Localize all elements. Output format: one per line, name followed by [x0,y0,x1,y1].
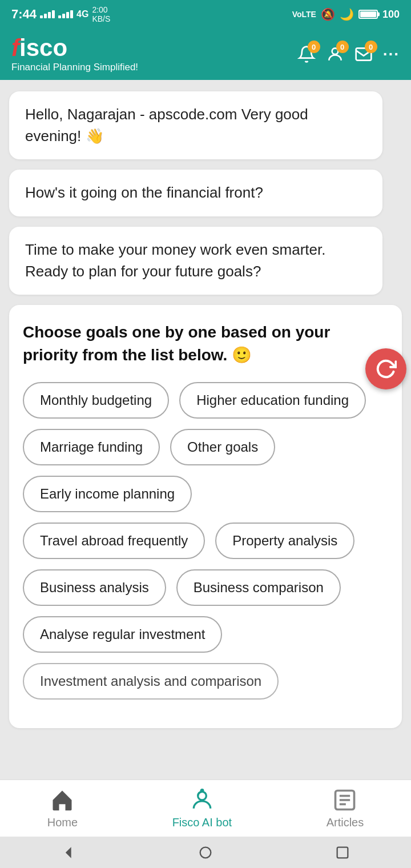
goal-business-analysis[interactable]: Business analysis [23,569,166,606]
speed-indicator: 2:00KB/S [92,5,110,23]
logo-area: fisco Financial Planning Simplified! [11,36,138,73]
status-left: 7:44 4G 2:00KB/S [11,5,110,23]
signal-bars [40,10,55,18]
contact-icon-wrapper[interactable]: 0 [326,45,344,63]
goal-other-goals[interactable]: Other goals [170,429,275,465]
system-nav-bar [0,837,411,868]
signal-bars-4g [58,10,73,18]
app-header: fisco Financial Planning Simplified! 0 0… [0,29,411,80]
refresh-icon [375,358,397,380]
goal-higher-education[interactable]: Higher education funding [179,382,366,419]
goal-row-1: Monthly budgeting Higher education fundi… [23,382,388,419]
contact-badge: 0 [336,41,349,53]
notification-badge: 0 [308,41,320,53]
logo-f: f [11,34,19,61]
goal-row-4: Travel abroad frequently Property analys… [23,523,388,559]
battery-icon [358,10,378,19]
volte-icon: VoLTE [292,10,316,19]
bottom-nav: Home Fisco AI bot Articles [0,779,411,837]
time-display: 7:44 [11,7,37,22]
nav-articles[interactable]: Articles [327,787,364,829]
status-bar: 7:44 4G 2:00KB/S VoLTE 🔕 🌙 100 [0,0,411,29]
svg-rect-10 [337,847,348,858]
chat-bubble-2: How's it going on the financial front? [9,170,382,216]
goal-investment-analysis[interactable]: Investment analysis and comparison [23,663,279,700]
recents-button[interactable] [328,838,357,867]
network-type: 4G [76,9,88,19]
message-icon-wrapper[interactable]: 0 [354,45,373,63]
goals-card: Choose goals one by one based on your pr… [9,305,402,728]
goal-row-7: Investment analysis and comparison [23,663,388,700]
goal-property-analysis[interactable]: Property analysis [215,523,354,559]
goal-row-3: Early income planning [23,476,388,512]
home-button[interactable] [191,838,220,867]
back-button[interactable] [54,838,83,867]
home-label: Home [47,816,78,829]
chat-bubble-1: Hello, Nagarajan - apscode.com Very good… [9,91,382,159]
svg-marker-8 [67,849,71,857]
more-options-icon[interactable]: ··· [383,45,400,63]
goal-early-income[interactable]: Early income planning [23,476,192,512]
goal-marriage-funding[interactable]: Marriage funding [23,429,160,465]
bot-icon [190,787,215,813]
logo-rest: isco [19,34,67,61]
goal-business-comparison[interactable]: Business comparison [176,569,341,606]
app-logo: fisco [11,36,138,60]
refresh-button[interactable] [365,348,406,389]
header-icons: 0 0 0 ··· [297,45,400,63]
bot-label: Fisco AI bot [172,816,232,829]
notification-icon-wrapper[interactable]: 0 [297,45,316,63]
goals-title: Choose goals one by one based on your pr… [23,321,388,365]
goal-analyse-investment[interactable]: Analyse regular investment [23,616,222,653]
goal-row-2: Marriage funding Other goals [23,429,388,465]
articles-label: Articles [327,816,364,829]
battery-percent: 100 [382,9,400,21]
main-content: Hello, Nagarajan - apscode.com Very good… [0,80,411,822]
articles-icon [332,787,357,813]
svg-point-3 [201,790,203,792]
nav-home[interactable]: Home [47,787,78,829]
mute-icon: 🔕 [321,7,335,21]
nav-bot[interactable]: Fisco AI bot [172,787,232,829]
moon-icon: 🌙 [340,7,354,21]
goal-row-6: Analyse regular investment [23,616,388,653]
status-right: VoLTE 🔕 🌙 100 [292,7,400,21]
goal-row-5: Business analysis Business comparison [23,569,388,606]
home-icon [50,787,75,813]
goal-travel-abroad[interactable]: Travel abroad frequently [23,523,205,559]
goal-monthly-budgeting[interactable]: Monthly budgeting [23,382,169,419]
message-badge: 0 [365,41,377,53]
chat-bubble-3: Time to make your money work even smarte… [9,227,382,295]
app-subtitle: Financial Planning Simplified! [11,62,138,73]
svg-point-9 [200,847,211,858]
